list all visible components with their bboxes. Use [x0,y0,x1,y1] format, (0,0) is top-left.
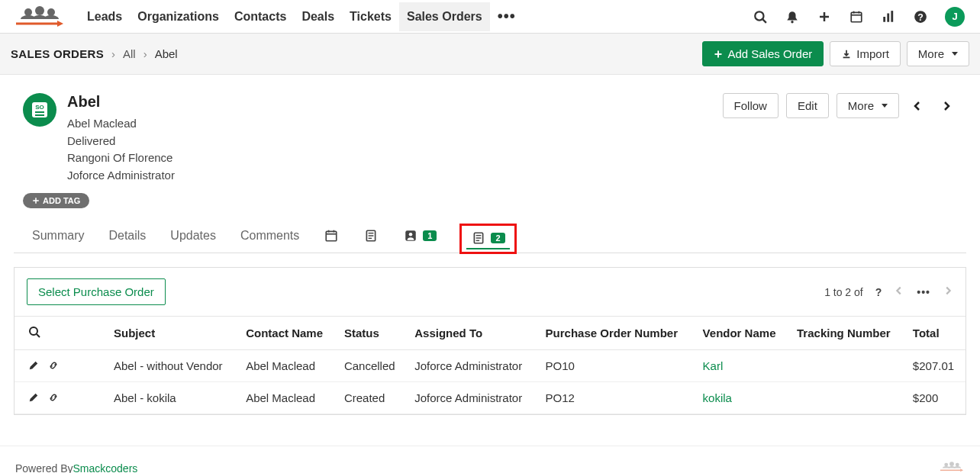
app-logo[interactable] [6,4,73,30]
footer-brand-link[interactable]: Smackcoders [73,462,137,474]
tab-details[interactable]: Details [107,223,147,252]
col-po-number[interactable]: Purchase Order Number [538,317,695,350]
svg-text:SO: SO [35,104,44,111]
nav-leads[interactable]: Leads [79,2,130,31]
more-button[interactable]: More [907,41,969,66]
cell-po-number: PO12 [538,382,695,414]
unlink-row-icon[interactable] [48,360,60,372]
help-icon[interactable] [913,9,928,24]
record-info: Abel Abel Maclead Delivered Rangoni Of F… [67,93,175,184]
calendar-icon[interactable] [849,9,864,24]
tab-summary[interactable]: Summary [31,223,85,252]
svg-point-29 [944,463,948,467]
tab-comments[interactable]: Comments [239,223,301,252]
footer-logo-icon [939,459,965,473]
nav-sales-orders[interactable]: Sales Orders [399,2,490,31]
cell-contact: Abel Maclead [238,382,337,414]
prev-page-button[interactable] [894,285,904,298]
footer-powered: Powered By [15,462,73,474]
purchase-orders-table: Subject Contact Name Status Assigned To … [15,316,965,414]
tab-updates[interactable]: Updates [169,223,218,252]
unlink-row-icon[interactable] [48,392,60,404]
edit-button[interactable]: Edit [786,93,829,118]
col-total[interactable]: Total [905,317,965,350]
cell-tracking [789,382,905,414]
record-status: Delivered [67,133,175,150]
record-more-button[interactable]: More [837,93,899,118]
record-header: SO Abel Abel Maclead Delivered Rangoni O… [0,75,980,193]
follow-button[interactable]: Follow [723,93,779,118]
col-status[interactable]: Status [337,317,407,350]
next-page-button[interactable] [943,285,953,298]
cell-vendor[interactable]: Karl [695,350,789,382]
cell-total: $200 [905,382,965,414]
add-tag-button[interactable]: ADD TAG [23,193,89,208]
col-subject[interactable]: Subject [106,317,238,350]
search-column-header[interactable] [15,317,106,350]
tab-invoices[interactable]: 1 [401,222,438,253]
nav-deals[interactable]: Deals [294,2,342,31]
panel-toolbar: Select Purchase Order 1 to 2 of ? ••• [15,268,965,316]
cell-status: Created [337,382,407,414]
prev-record-button[interactable] [907,95,928,117]
table-row[interactable]: Abel - kokilaAbel MacleadCreatedJoforce … [15,382,965,414]
col-tracking[interactable]: Tracking Number [789,317,905,350]
search-icon [28,326,40,338]
record-actions: Follow Edit More [723,93,957,118]
add-tag-label: ADD TAG [43,196,80,205]
breadcrumb-all[interactable]: All [123,47,136,60]
tab-purchase-orders[interactable]: 2 [459,224,516,254]
record-contact: Abel Maclead [67,115,175,133]
record-owner: Joforce Administrator [67,167,175,185]
page-jump-button[interactable]: ••• [917,286,930,298]
top-nav: Leads Organizations Contacts Deals Ticke… [0,0,980,34]
tab-documents[interactable] [362,222,380,253]
cell-contact: Abel Maclead [238,350,337,382]
breadcrumb: SALES ORDERS › All › Abel [11,47,178,60]
table-row[interactable]: Abel - without VendorAbel MacleadCancell… [15,350,965,382]
more-label: More [918,47,944,60]
breadcrumb-bar: SALES ORDERS › All › Abel Add Sales Orde… [0,34,980,75]
po-icon [471,230,486,246]
search-icon[interactable] [753,9,768,24]
nav-utility-icons: J [753,7,974,27]
nav-items: Leads Organizations Contacts Deals Ticke… [79,2,524,31]
col-assigned[interactable]: Assigned To [407,317,537,350]
cell-total: $207.01 [905,350,965,382]
plus-icon[interactable] [817,9,832,24]
caret-down-icon [952,52,958,56]
paging-info: 1 to 2 of ? ••• [824,285,953,298]
svg-point-30 [949,462,954,466]
record-title: Abel [67,93,175,111]
nav-more[interactable]: ••• [490,8,524,25]
breadcrumb-root[interactable]: SALES ORDERS [11,47,104,60]
invoice-count-badge: 1 [423,230,437,241]
import-button[interactable]: Import [830,41,901,66]
tag-row: ADD TAG [0,193,980,214]
plus-icon [32,197,40,204]
download-icon [841,49,852,60]
col-contact[interactable]: Contact Name [238,317,337,350]
bell-icon[interactable] [785,9,800,24]
edit-row-icon[interactable] [28,392,40,404]
user-avatar[interactable]: J [945,7,965,27]
cell-subject: Abel - kokila [106,382,238,414]
nav-contacts[interactable]: Contacts [227,2,294,31]
nav-tickets[interactable]: Tickets [342,2,399,31]
table-header-row: Subject Contact Name Status Assigned To … [15,317,965,350]
col-vendor[interactable]: Vendor Name [695,317,789,350]
select-purchase-order-button[interactable]: Select Purchase Order [27,278,166,305]
nav-organizations[interactable]: Organizations [130,2,227,31]
svg-point-31 [956,463,959,467]
add-sales-order-button[interactable]: Add Sales Order [702,41,824,66]
chevron-right-icon: › [143,47,147,60]
tab-activities[interactable] [322,222,340,253]
cell-subject: Abel - without Vendor [106,350,238,382]
paging-total-unknown[interactable]: ? [875,286,882,298]
cell-vendor[interactable]: kokila [695,382,789,414]
next-record-button[interactable] [936,95,957,117]
record-tabs: Summary Details Updates Comments 1 2 [14,214,966,253]
reports-icon[interactable] [881,9,896,24]
import-label: Import [856,47,889,60]
edit-row-icon[interactable] [28,360,40,372]
